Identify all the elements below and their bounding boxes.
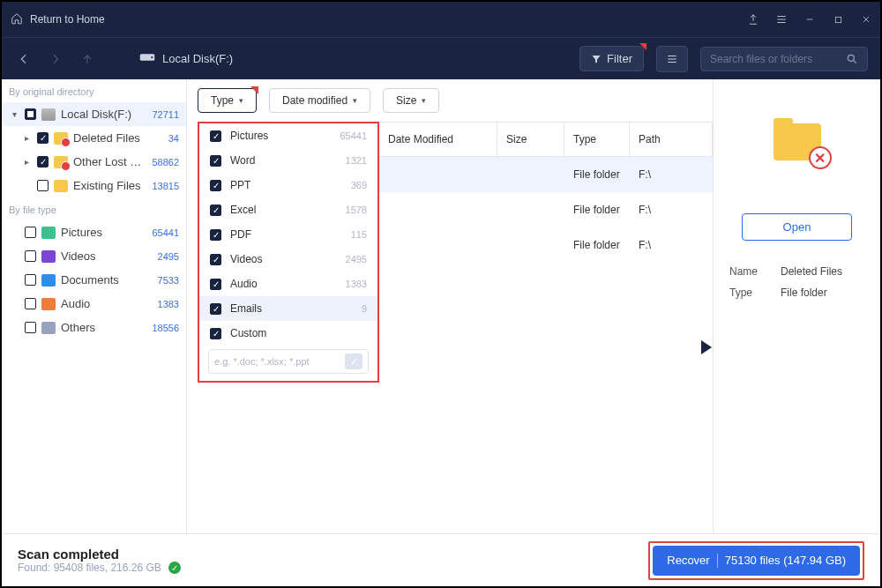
date-filter-pill[interactable]: Date modified▾ <box>269 88 370 113</box>
svg-point-3 <box>848 55 854 61</box>
view-menu-button[interactable] <box>656 46 688 72</box>
recover-label: Recover <box>667 554 709 567</box>
home-icon[interactable] <box>11 12 23 27</box>
filter-button[interactable]: Filter <box>579 46 644 71</box>
size-filter-pill[interactable]: Size▾ <box>383 88 439 113</box>
sidebar-item-other-lost-files[interactable]: ▸Other Lost Files58862 <box>2 150 186 174</box>
folder-error-icon: ✕ <box>774 123 821 160</box>
close-icon[interactable] <box>852 2 880 37</box>
check-icon: ✓ <box>168 562 181 574</box>
sidebar-heading-filetype: By file type <box>2 197 186 220</box>
titlebar: Return to Home <box>2 2 880 37</box>
col-date[interactable]: Date Modified <box>379 123 497 156</box>
toolbar: Local Disk(F:) Filter <box>2 37 880 79</box>
maximize-icon[interactable] <box>824 2 852 37</box>
type-option-videos[interactable]: Videos2495 <box>199 247 377 272</box>
funnel-icon <box>591 54 602 64</box>
sidebar-item-existing-files[interactable]: Existing Files13815 <box>2 174 186 197</box>
sidebar-type-pictures[interactable]: Pictures65441 <box>2 220 186 244</box>
return-home-link[interactable]: Return to Home <box>30 13 105 26</box>
table-row[interactable]: File folderF:\ <box>379 227 713 263</box>
table-body: File folderF:\File folderF:\File folderF… <box>379 157 713 263</box>
type-option-word[interactable]: Word1321 <box>199 148 377 173</box>
footer: Scan completed Found: 95408 files, 216.2… <box>2 533 880 586</box>
share-icon[interactable] <box>739 2 767 37</box>
forward-button <box>46 49 65 69</box>
search-input[interactable] <box>710 53 846 65</box>
location-label: Local Disk(F:) <box>162 52 233 65</box>
breadcrumb[interactable]: Local Disk(F:) <box>139 52 233 65</box>
scan-status-sub: Found: 95408 files, 216.26 GB <box>18 562 161 574</box>
sidebar-heading-directory: By original directory <box>2 79 186 102</box>
svg-rect-0 <box>835 17 841 22</box>
filters-row: Type▾ Date modified▾ Size▾ <box>187 79 713 122</box>
svg-point-2 <box>151 56 153 58</box>
recover-highlight: Recover 75130 files (147.94 GB) <box>648 541 864 580</box>
search-box[interactable] <box>700 47 868 71</box>
meta-type-key: Type <box>729 287 781 299</box>
table-header: Date Modified Size Type Path <box>379 122 713 157</box>
type-option-pictures[interactable]: Pictures65441 <box>199 123 377 148</box>
recover-info: 75130 files (147.94 GB) <box>725 554 846 567</box>
meta-name-key: Name <box>729 265 781 278</box>
col-path[interactable]: Path <box>630 123 713 156</box>
meta-name-value: Deleted Files <box>781 265 842 278</box>
disk-icon <box>139 52 155 65</box>
scan-status-title: Scan completed <box>18 547 181 562</box>
sidebar-type-audio[interactable]: Audio1383 <box>2 292 186 316</box>
meta-type-value: File folder <box>781 287 827 299</box>
col-type[interactable]: Type <box>564 123 630 156</box>
sidebar-item-deleted-files[interactable]: ▸Deleted Files34 <box>2 126 186 150</box>
recover-button[interactable]: Recover 75130 files (147.94 GB) <box>653 546 860 576</box>
sidebar-type-videos[interactable]: Videos2495 <box>2 244 186 268</box>
type-filter-pill[interactable]: Type▾ <box>198 88 257 113</box>
type-option-emails[interactable]: Emails9 <box>199 296 377 321</box>
minimize-icon[interactable] <box>796 2 824 37</box>
type-option-custom[interactable]: Custom <box>199 321 377 346</box>
preview-pane: ✕ Open NameDeleted Files TypeFile folder <box>713 79 880 533</box>
custom-ext-confirm[interactable]: ✓ <box>345 354 363 369</box>
type-filter-panel: Pictures65441Word1321PPT369Excel1578PDF1… <box>198 122 379 383</box>
menu-icon[interactable] <box>767 2 796 37</box>
expand-icon[interactable] <box>701 340 712 354</box>
custom-ext-input[interactable] <box>214 356 340 367</box>
table-row[interactable]: File folderF:\ <box>379 192 713 227</box>
filter-label: Filter <box>607 52 632 65</box>
open-button[interactable]: Open <box>742 213 853 241</box>
col-size[interactable]: Size <box>497 123 564 156</box>
sidebar-item-local-disk-f-[interactable]: ▾Local Disk(F:)72711 <box>2 102 186 126</box>
sidebar-type-others[interactable]: Others18556 <box>2 316 186 339</box>
type-option-audio[interactable]: Audio1383 <box>199 272 377 296</box>
search-icon <box>846 53 858 65</box>
sidebar-type-documents[interactable]: Documents7533 <box>2 268 186 292</box>
type-option-pdf[interactable]: PDF115 <box>199 222 377 247</box>
type-option-ppt[interactable]: PPT369 <box>199 173 377 197</box>
custom-ext-input-row: ✓ <box>208 349 369 374</box>
sidebar: By original directory ▾Local Disk(F:)727… <box>2 79 187 533</box>
back-button[interactable] <box>14 49 34 69</box>
up-button <box>78 49 97 69</box>
type-option-excel[interactable]: Excel1578 <box>199 197 377 222</box>
table-row[interactable]: File folderF:\ <box>379 157 713 192</box>
